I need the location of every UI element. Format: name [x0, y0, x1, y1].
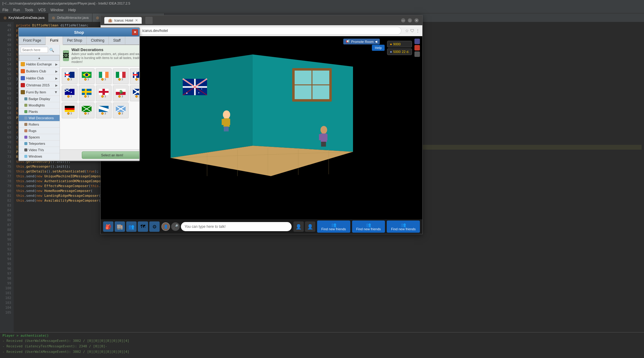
shop-item-flag-br[interactable]: 3	[79, 68, 95, 84]
shop-item-flag-nz[interactable]: ★ 3	[130, 68, 139, 84]
menu-vcs[interactable]: VCS	[38, 8, 46, 12]
shop-item-flag-au[interactable]: 3	[62, 68, 78, 84]
shop-item-flag-se[interactable]: 3	[79, 85, 95, 101]
shop-item-flag-diag[interactable]: 3	[96, 103, 112, 118]
rooms-btn[interactable]: 🗺	[138, 221, 148, 232]
sidebar-item-wall-decorations[interactable]: Wall Decorations	[19, 115, 60, 121]
shop-header-text: Wall Decorations Adorn your walls with p…	[71, 47, 139, 64]
friend-avatar-2[interactable]: 👤	[305, 221, 315, 232]
shop-main-content: 🖼 Wall Decorations Adorn your walls with…	[60, 45, 139, 161]
friend-avatar-1[interactable]: 👤	[293, 221, 304, 232]
menu-icon[interactable]: ⋮	[416, 28, 420, 33]
browser-maximize-btn[interactable]: □	[408, 18, 412, 23]
inventory-btn[interactable]: 🎒	[103, 221, 113, 232]
sidebar-item-video-tvs[interactable]: Video TVs	[19, 147, 60, 153]
console-line-2: - Received (LatencyTestMessageEvent): 23…	[2, 344, 642, 349]
menu-run[interactable]: Run	[13, 8, 20, 12]
sidebar-item-furni-by-line[interactable]: Furni By Line ▶	[19, 160, 60, 161]
tab-clothing[interactable]: Clothing	[87, 36, 109, 44]
menu-tools[interactable]: Tools	[25, 8, 33, 12]
svg-rect-55	[122, 72, 126, 78]
bookmark-icon[interactable]: ☆	[405, 28, 409, 33]
sidebar-item-plants[interactable]: Plants	[19, 109, 60, 115]
svg-text:★: ★	[198, 92, 199, 94]
items-row-2: ★ 3	[62, 85, 139, 101]
shop-item-flag-en[interactable]: 3	[96, 85, 112, 101]
svg-text:★: ★	[186, 92, 188, 95]
browser-tab-close[interactable]: ✕	[135, 18, 138, 23]
menu-window[interactable]: Window	[50, 8, 64, 12]
svg-rect-35	[325, 134, 327, 140]
svg-text:★: ★	[70, 91, 72, 94]
shop-search-input[interactable]	[21, 47, 48, 53]
browser-tab[interactable]: 🏨 Icarus: Hotel ✕	[104, 17, 142, 24]
room-svg: ★ ★ ★	[146, 48, 390, 213]
sidebar-item-christmas-2015[interactable]: Christmas 2015 ▶	[19, 82, 60, 89]
browser-game-content: ★ ★ ★	[101, 36, 422, 234]
sidebar-item-badge-display[interactable]: Badge Display	[19, 96, 60, 102]
shop-nav-tabs: Front Page Furni Pet Shop Clothing Staff	[19, 36, 139, 45]
find-friends-btn-2[interactable]: 👥 Find new friends	[352, 221, 385, 233]
game-hud-bottom: 🎒 🏬 👥 🗺 ⚙	[101, 219, 422, 234]
find-friends-btn-1[interactable]: 👥 Find new friends	[317, 221, 350, 233]
arrow-icon: ▶	[55, 84, 58, 87]
sidebar-item-furni-by-item[interactable]: Furni By Item ▼	[19, 89, 60, 96]
sidebar-item-habbo-club[interactable]: Habbo Club ▶	[19, 75, 60, 82]
sidebar-item-rugs[interactable]: Rugs	[19, 128, 60, 134]
select-item-btn[interactable]: Select an item!	[82, 151, 139, 159]
player-avatar-small: 👤	[161, 222, 170, 231]
ide-menubar: File Run Tools VCS Window Help	[0, 7, 644, 13]
friends-btn[interactable]: 👥	[126, 221, 137, 232]
promote-room-button[interactable]: 📢 Promote Room ◀	[343, 39, 380, 44]
sidebar-item-rollers[interactable]: Rollers	[19, 121, 60, 128]
svg-rect-52	[105, 72, 109, 78]
tab-keyvalueextradata[interactable]: ◎ KeyValueExtraData.java	[0, 13, 48, 22]
sidebar-scroll-up[interactable]: ▲	[19, 55, 60, 61]
tab-furni[interactable]: Furni	[46, 36, 63, 45]
shop-item-flag-green[interactable]: 3	[79, 103, 95, 118]
browser-window: 🏨 Icarus: Hotel ✕ — □ ✕ ◀ ▶ ↺ 🔒 icarus.d…	[100, 15, 423, 234]
shop-item-flag-lightblue[interactable]: 3	[113, 103, 129, 118]
svg-rect-34	[319, 134, 321, 140]
svg-point-25	[223, 110, 230, 119]
shop-item-flag-it[interactable]: 3	[113, 68, 129, 84]
shop-item-flag-de[interactable]: 3	[62, 103, 78, 118]
shop-close-btn[interactable]: ✕	[132, 29, 138, 35]
mic-icon[interactable]: 🎤	[171, 222, 180, 231]
catalog-btn[interactable]: 🏬	[115, 221, 125, 232]
item-price: 3	[101, 78, 106, 81]
game-scene: ★ ★ ★	[101, 36, 422, 234]
find-friends-btn-3[interactable]: 👥 Find new friends	[387, 221, 420, 233]
sidebar-item-spaces[interactable]: Spaces	[19, 134, 60, 141]
menu-file[interactable]: File	[2, 8, 8, 12]
tab-front-page[interactable]: Front Page	[19, 36, 46, 44]
svg-rect-94	[65, 108, 74, 110]
items-row-1: 3 3	[62, 68, 139, 84]
sidebar-item-moodlights[interactable]: Moodlights	[19, 102, 60, 109]
svg-rect-93	[65, 106, 74, 108]
ide-titlebar: [~/.../src/main/java/org/alexdev/icarus/…	[0, 0, 644, 7]
help-button[interactable]: Help	[372, 45, 385, 51]
shop-item-flag-au2[interactable]: ★ 3	[62, 85, 78, 101]
settings-btn[interactable]: ⚙	[149, 221, 160, 232]
tab-pet-shop[interactable]: Pet Shop	[63, 36, 87, 44]
browser-close-btn[interactable]: ✕	[414, 18, 419, 23]
browser-minimize-btn[interactable]: —	[401, 18, 405, 23]
sidebar-item-windows[interactable]: Windows	[19, 153, 60, 160]
sidebar-item-builders-club[interactable]: Builders Club ▶	[19, 68, 60, 75]
shop-item-flag-scotland[interactable]: 3	[130, 85, 139, 101]
shop-item-flag-wales[interactable]: 🐉 3	[113, 85, 129, 101]
sidebar-item-habbo-exchange[interactable]: Habbo Exchange ▶	[19, 61, 60, 68]
tab-defaultinteractor[interactable]: ◎ DefaultInteractor.java	[48, 13, 92, 22]
svg-rect-62	[133, 74, 138, 75]
chat-input[interactable]: You can type here to talk!	[181, 222, 292, 231]
sidebar-item-teleporters[interactable]: Teleporters	[19, 141, 60, 147]
shop-item-flag-ie[interactable]: 3	[96, 68, 112, 84]
address-box[interactable]: 🔒 icarus.dev/hotel	[132, 27, 401, 35]
tab-staff[interactable]: Staff	[109, 36, 125, 44]
item-price: 3	[84, 78, 89, 81]
item-price: 3	[135, 78, 139, 81]
menu-help[interactable]: Help	[68, 8, 76, 12]
item-price: 3	[67, 78, 72, 81]
svg-rect-27	[222, 119, 224, 125]
